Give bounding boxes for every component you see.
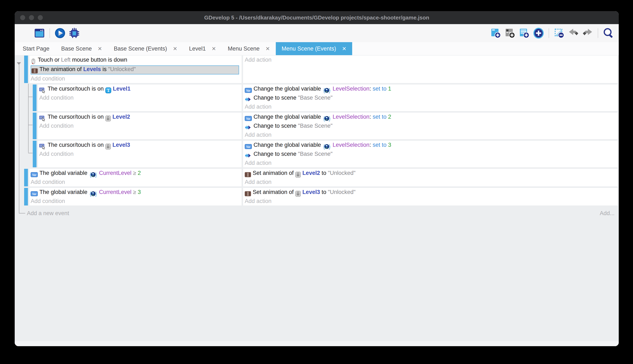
close-tab-icon[interactable]: ✕ [98,46,102,52]
scene-icon [245,152,252,159]
event-handle[interactable] [24,169,28,186]
action-row[interactable]: Set animation of Level2 to "Unlocked" [245,169,618,178]
event-handle[interactable] [24,188,28,206]
zoom-button[interactable] [38,15,43,20]
add-subevent-button[interactable] [504,28,516,39]
text-segment: is [101,66,108,72]
text-segment: Level3 [302,189,320,195]
text-segment: : [369,114,373,120]
add-action-link[interactable]: Add action [245,131,618,139]
add-comment-button[interactable] [519,28,530,39]
tab-start-page[interactable]: Start Page [17,42,55,55]
scene-editor-button[interactable] [34,28,45,39]
add-condition-link[interactable]: Add condition [31,75,242,82]
condition-row[interactable]: The animation of Levels is "Unlocked" [31,66,239,74]
svg-text:Var: Var [32,192,37,196]
condition-row[interactable]: VarThe global variable {}CurrentLevel ≥ … [31,188,242,197]
add-new-event-link[interactable]: Add a new event [27,210,69,216]
add-condition-link[interactable]: Add condition [31,197,242,205]
preview-play-button[interactable] [54,28,66,39]
action-row[interactable]: VarChange the global variable {}LevelSel… [245,141,618,150]
close-button[interactable] [20,15,25,20]
text-segment: "Unlocked" [328,170,356,176]
tab-base-scene[interactable]: Base Scene✕ [55,42,108,55]
event-block: VarThe global variable {}CurrentLevel ≥ … [24,169,618,186]
lock-icon [105,142,111,150]
svg-text:}: } [329,144,331,150]
remove-event-button[interactable] [553,28,565,39]
text-segment: Change to scene [253,151,298,157]
text-segment: to [320,189,328,195]
globe-icon: {} [323,114,331,122]
text-segment: set to [373,114,388,120]
action-row[interactable]: Change to scene "Base Scene" [245,150,618,159]
tab-base-scene-events[interactable]: Base Scene (Events)✕ [108,42,183,55]
actions-column: Set animation of Level2 to "Unlocked"Add… [243,169,618,186]
add-action-link[interactable]: Add action [245,56,618,64]
redo-button[interactable] [582,28,593,39]
close-tab-icon[interactable]: ✕ [265,46,270,52]
event-handle[interactable] [24,56,28,83]
svg-text:}: } [95,172,97,178]
text-segment: LevelSelection [333,114,370,120]
condition-row[interactable]: VarThe global variable {}CurrentLevel ≥ … [31,169,242,178]
condition-row[interactable]: The cursor/touch is on Level2 [39,113,242,122]
event-row: The cursor/touch is on 1Level1Add condit… [33,84,618,111]
search-button[interactable] [602,28,614,39]
minimize-button[interactable] [29,15,34,20]
actions-column: Add action [243,56,618,83]
text-segment: The cursor/touch is on [48,86,105,92]
action-row[interactable]: VarChange the global variable {}LevelSel… [245,113,618,122]
var-icon: Var [31,170,38,178]
text-segment: mouse button is down [71,56,127,63]
text-segment: The animation of [40,66,83,72]
action-row[interactable]: Set animation of Level3 to "Unlocked" [245,188,618,197]
actions-column: VarChange the global variable {}LevelSel… [243,112,618,139]
lock-icon [295,190,301,197]
toolbar-separator [50,28,50,38]
add-action-link[interactable]: Add action [245,159,618,167]
text-segment: Change the global variable [253,142,323,148]
condition-row[interactable]: Touch or Left mouse button is down [31,56,242,65]
close-tab-icon[interactable]: ✕ [342,46,346,52]
add-action-link[interactable]: Add action [245,103,618,111]
add-action-link[interactable]: Add action [245,197,618,205]
add-circle-button[interactable] [533,28,544,39]
add-action-link[interactable]: Add action [245,178,618,186]
conditions-column: The cursor/touch is on 1Level1Add condit… [38,84,242,111]
condition-row[interactable]: The cursor/touch is on Level3 [39,141,242,150]
event-handle[interactable] [33,112,37,139]
add-more-link[interactable]: Add... [600,210,614,216]
add-condition-link[interactable]: Add condition [39,94,242,102]
var-icon: Var [245,86,252,94]
svg-text:}: } [329,116,331,122]
events-footer: Add a new event Add... [24,209,618,218]
project-manager-button[interactable] [20,28,31,39]
text-segment: Level3 [113,142,130,148]
svg-text:Var: Var [246,117,251,120]
tab-level1[interactable]: Level1✕ [183,42,222,55]
text-segment: "Base Scene" [298,123,333,129]
close-tab-icon[interactable]: ✕ [212,46,216,52]
add-event-button[interactable] [490,28,501,39]
event-handle[interactable] [33,84,37,111]
text-segment: Touch or [38,56,61,63]
action-row[interactable]: Change to scene "Base Scene" [245,122,618,131]
tab-menu-scene-events[interactable]: Menu Scene (Events)✕ [276,42,352,55]
debugger-button[interactable] [69,28,80,39]
tab-menu-scene[interactable]: Menu Scene✕ [222,42,276,55]
action-row[interactable]: Change to scene "Base Scene" [245,94,618,103]
text-segment: Change to scene [253,94,298,101]
add-condition-link[interactable]: Add condition [39,122,242,130]
event-handle[interactable] [33,141,37,167]
add-condition-link[interactable]: Add condition [31,178,242,186]
add-condition-link[interactable]: Add condition [39,150,242,158]
globe-icon: {} [323,142,331,150]
close-tab-icon[interactable]: ✕ [173,46,177,52]
condition-row[interactable]: The cursor/touch is on 1Level1 [39,85,242,94]
event-block: The cursor/touch is on Level3Add conditi… [33,141,618,167]
undo-button[interactable] [568,28,579,39]
text-segment: Level2 [113,114,130,120]
collapse-expander-icon[interactable] [17,62,21,65]
action-row[interactable]: VarChange the global variable {}LevelSel… [245,85,618,94]
